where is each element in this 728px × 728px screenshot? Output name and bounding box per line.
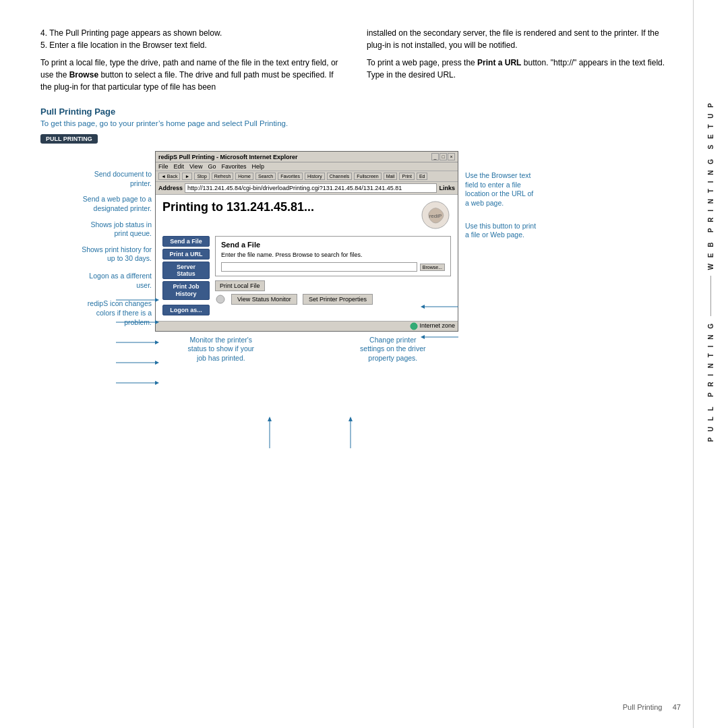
browser-content: Printing to 131.241.45.81... rediP Send … — [156, 195, 458, 321]
ann-shows-history: Shows print history forup to 30 days. — [40, 245, 152, 264]
forward-button[interactable]: ► — [182, 173, 192, 180]
footer-text: Pull Printing — [623, 703, 663, 711]
search-button[interactable]: Search — [255, 173, 276, 180]
main-content: 4. The Pull Printing page appears as sho… — [0, 0, 693, 728]
statusbar-zone: Internet zone — [410, 322, 455, 330]
pull-printing-section: Pull Printing Page To get this page, go … — [40, 107, 673, 363]
bottom-annotations: Monitor the printer'sstatus to show if y… — [40, 336, 458, 363]
small-icon — [215, 294, 226, 305]
menu-view[interactable]: View — [189, 163, 202, 170]
left-paragraph: To print a local file, type the drive, p… — [40, 57, 346, 93]
ann-shows-job: Shows job status inprint queue. — [40, 220, 152, 239]
view-status-button[interactable]: View Status Monitor — [231, 294, 297, 305]
server-status-button[interactable]: Server Status — [162, 262, 210, 279]
ann-change: Change printersettings on the driverprop… — [360, 336, 425, 363]
svg-point-2 — [216, 295, 224, 303]
links-label: Links — [439, 185, 455, 191]
view-row: View Status Monitor Set Printer Properti… — [215, 294, 451, 305]
print-local-row: Print Local File — [215, 280, 451, 291]
menu-help[interactable]: Help — [251, 163, 264, 170]
send-file-desc: Enter the file name. Press Browse to sea… — [221, 251, 445, 258]
footer-page: 47 — [673, 703, 681, 711]
footer: Pull Printing 47 — [623, 703, 681, 711]
stop-button[interactable]: Stop — [194, 173, 209, 180]
diagram-container: Send document toprinter. Send a web page… — [40, 151, 673, 332]
ann-use-browser: Use the Browser textfield to enter a fil… — [465, 171, 673, 208]
send-file-button[interactable]: Send a File — [162, 236, 210, 247]
right-paragraph2: To print a web page, press the Print a U… — [367, 57, 673, 81]
ann-send-doc: Send document toprinter. — [40, 170, 152, 188]
logon-button[interactable]: Logon as... — [162, 305, 210, 315]
browser-menubar: File Edit View Go Favorites Help — [156, 162, 458, 171]
history-button[interactable]: History — [305, 173, 325, 180]
pull-badge: PULL PRINTING — [40, 134, 98, 144]
back-button[interactable]: ◄ Back — [158, 173, 180, 180]
step-4: 4. The Pull Printing page appears as sho… — [40, 27, 346, 39]
send-file-section: Send a File Enter the file name. Press B… — [215, 236, 451, 276]
send-file-title: Send a File — [221, 241, 445, 249]
file-input[interactable] — [221, 262, 417, 272]
browse-button[interactable]: Browse... — [420, 264, 445, 271]
address-label: Address — [158, 185, 183, 191]
logo: rediP — [421, 200, 451, 231]
menu-edit[interactable]: Edit — [174, 163, 185, 170]
zone-label: Internet zone — [419, 322, 455, 329]
ann-send-web: Send a web page to adesignated printer. — [40, 195, 152, 213]
left-annotations: Send document toprinter. Send a web page… — [40, 151, 155, 330]
menu-favorites[interactable]: Favorites — [221, 163, 246, 170]
menu-go[interactable]: Go — [208, 163, 216, 170]
top-section: 4. The Pull Printing page appears as sho… — [40, 27, 673, 93]
page-title: Printing to 131.241.45.81... — [162, 200, 314, 214]
favorites-button[interactable]: Favorites — [278, 173, 303, 180]
file-input-row: Browse... — [221, 262, 445, 272]
address-field[interactable]: http://131.241.45.84/cgi-bin/driverloadP… — [185, 183, 437, 193]
maximize-button[interactable]: □ — [439, 153, 447, 160]
print-url-button[interactable]: Print a URL — [162, 249, 210, 260]
ann-logon: Logon as a differentuser. — [40, 272, 152, 290]
zone-icon — [410, 322, 418, 330]
side-bar: W E B P R I N T I N G S E T U P P U L L … — [693, 0, 728, 728]
web-printing-label: W E B P R I N T I N G S E T U P — [707, 101, 715, 270]
browser-toolbar: ◄ Back ► Stop Refresh Home Search Favori… — [156, 171, 458, 182]
home-button[interactable]: Home — [235, 173, 253, 180]
top-left: 4. The Pull Printing page appears as sho… — [40, 27, 346, 93]
browser-title: redipS Pull Printing - Microsoft Interne… — [158, 154, 298, 160]
pull-printing-label: P U L L P R I N T I N G — [707, 322, 715, 442]
refresh-button[interactable]: Refresh — [212, 173, 234, 180]
minimize-button[interactable]: _ — [431, 153, 439, 160]
numbered-list: 4. The Pull Printing page appears as sho… — [40, 27, 346, 51]
ann-monitor: Monitor the printer'sstatus to show if y… — [187, 336, 254, 363]
right-annotations: Use the Browser textfield to enter a fil… — [458, 151, 673, 253]
pull-printing-subtitle: To get this page, go to your printer’s h… — [40, 119, 673, 127]
browser-statusbar: Internet zone — [156, 321, 458, 331]
print-job-history-button[interactable]: Print JobHistory — [162, 281, 210, 300]
svg-point-3 — [411, 323, 417, 330]
fullscreen-button[interactable]: Fullscreen — [354, 173, 381, 180]
browser-titlebar: redipS Pull Printing - Microsoft Interne… — [156, 152, 458, 162]
menu-file[interactable]: File — [158, 163, 169, 170]
svg-text:rediP: rediP — [429, 213, 442, 219]
side-divider — [710, 276, 711, 316]
browser-inner-layout: Send a File Print a URL Server Status Pr… — [162, 236, 451, 315]
top-right: installed on the secondary server, the f… — [367, 27, 673, 93]
print-button[interactable]: Print — [399, 173, 414, 180]
browser-left-buttons: Send a File Print a URL Server Status Pr… — [162, 236, 211, 315]
step-5: 5. Enter a file location in the Browser … — [40, 39, 346, 51]
set-printer-props-button[interactable]: Set Printer Properties — [303, 294, 373, 305]
pull-printing-title: Pull Printing Page — [40, 107, 673, 117]
page-header: Printing to 131.241.45.81... rediP — [162, 200, 451, 231]
right-paragraph1: installed on the secondary server, the f… — [367, 27, 673, 51]
channels-button[interactable]: Channels — [327, 173, 353, 180]
print-local-button[interactable]: Print Local File — [215, 280, 265, 291]
close-button[interactable]: × — [448, 153, 455, 160]
ann-redips: redipS icon changescolors if there is ap… — [40, 299, 152, 327]
browser-address: Address http://131.241.45.84/cgi-bin/dri… — [156, 182, 458, 195]
ann-use-button: Use this button to printa file or Web pa… — [465, 222, 673, 240]
browser-right-content: Send a File Enter the file name. Press B… — [215, 236, 451, 315]
ed-button[interactable]: Ed — [417, 173, 428, 180]
mail-button[interactable]: Mail — [384, 173, 398, 180]
browser-controls[interactable]: _ □ × — [431, 153, 455, 160]
browser-window: redipS Pull Printing - Microsoft Interne… — [155, 151, 458, 332]
